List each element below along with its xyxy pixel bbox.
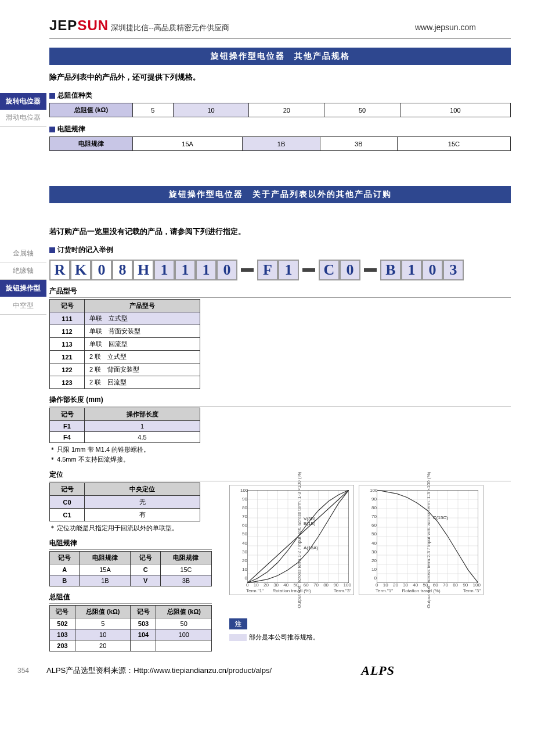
pn-char-15: 0 — [422, 260, 443, 280]
chart1-term-r: Term."3" — [334, 588, 351, 593]
logo-part-a: JEP — [49, 17, 77, 33]
op-length-table: 记号操作部长度F11F44.5 — [49, 408, 200, 443]
pn-char-7: 1 — [196, 260, 217, 280]
pn-char-0: R — [49, 260, 70, 280]
note-text: 部分是本公司推荐规格。 — [249, 633, 319, 640]
sidebar-sub-0[interactable]: 金属轴 — [0, 245, 46, 262]
pn-char-9: F — [257, 260, 278, 280]
pn-char-2: 0 — [91, 260, 112, 280]
note-text-line: 部分是本公司推荐规格。 — [229, 633, 484, 642]
pn-char-12: 0 — [340, 260, 360, 280]
pn-char-13: B — [380, 260, 401, 280]
pn-char-11: C — [319, 260, 340, 280]
detent-table: 记号中央定位C0无C1有 — [49, 483, 200, 521]
op-note-0: 只限 1mm 带 M1.4 的锥形螺栓。 — [49, 445, 511, 454]
pn-char-8: 0 — [217, 260, 237, 280]
svg-text:C(15C): C(15C) — [433, 515, 448, 520]
taper-chart-left: Output volt. across term.1-2 / Input vol… — [229, 485, 354, 595]
part-number-row: RK08H1110F1C0B103 — [49, 260, 511, 280]
product-type-label: 产品型号 — [49, 286, 511, 298]
page-header: JEPSUN 深圳捷比信--高品质精密元件供应商 www.jepsun.com — [0, 17, 511, 34]
pn-char-6: 1 — [175, 260, 196, 280]
page-number: 354 — [17, 667, 29, 675]
svg-text:A(15A): A(15A) — [304, 545, 318, 550]
recommend-swatch — [229, 634, 247, 641]
pn-char-16: 3 — [443, 260, 464, 280]
note-badge: 注 — [229, 618, 247, 629]
taper-types-table: 电阻规律15A1B3B15C — [49, 136, 511, 151]
section2-title: 旋钮操作型电位器 关于产品列表以外的其他产品订购 — [49, 186, 511, 203]
op-note-1: 4.5mm 不支持回流焊接。 — [49, 455, 511, 464]
op-length-label: 操作部长度 (mm) — [49, 395, 511, 406]
taper-label: 电阻规律 — [49, 538, 212, 550]
section1-intro: 除产品列表中的产品外，还可提供下列规格。 — [49, 72, 511, 82]
total-resistance-types-table: 总阻值 (kΩ)5102050100 — [49, 103, 511, 117]
chart2-term-r: Term."3" — [463, 588, 481, 593]
alps-logo: ALPS — [361, 663, 395, 678]
detent-note: 定位功能是只指定用于回流以外的单联型。 — [49, 524, 212, 532]
totalr-label: 总阻值 — [49, 592, 212, 604]
section1-title: 旋钮操作型电位器 其他产品规格 — [49, 48, 511, 65]
pn-char-1: K — [70, 260, 91, 280]
taper-chart-right: Output volt. across term.2-3 / Input vol… — [359, 485, 484, 595]
slogan: 深圳捷比信--高品质精密元件供应商 — [111, 23, 229, 33]
logo: JEPSUN — [49, 17, 109, 34]
pn-char-4: H — [133, 260, 154, 280]
t2-label: 电阻规律 — [49, 124, 511, 134]
detent-label: 定位 — [49, 470, 511, 481]
taper-code-table: 记号电阻规律记号电阻规律A15AC15CB1BV3B — [49, 551, 212, 586]
svg-text:V(3B): V(3B) — [304, 516, 316, 521]
sidebar-sub-2[interactable]: 旋钮操作型 — [0, 280, 46, 297]
pn-char-3: 8 — [112, 260, 133, 280]
sidebar-sub-1[interactable]: 绝缘轴 — [0, 262, 46, 280]
header-url: www.jepsun.com — [415, 23, 476, 32]
footer-source: ALPS产品选型资料来源：Http://www.tiepiandianzu.cn… — [46, 665, 272, 676]
pn-char-14: 1 — [401, 260, 422, 280]
pn-char-5: 1 — [154, 260, 175, 280]
sidebar-tab-rotary[interactable]: 旋转电位器 — [0, 93, 46, 110]
footer: 354 ALPS产品选型资料来源：Http://www.tiepiandianz… — [0, 663, 511, 678]
logo-part-b: SUN — [77, 17, 109, 33]
order-example-label: 订货时的记入举例 — [49, 245, 511, 255]
product-type-table: 记号产品型号111单联 立式型112单联 背面安装型113单联 回流型1212 … — [49, 299, 200, 389]
sidebar-tab-slide[interactable]: 滑动电位器 — [0, 109, 46, 127]
t1-label: 总阻值种类 — [49, 91, 511, 100]
pn-char-10: 1 — [278, 260, 299, 280]
header-divider — [49, 38, 511, 39]
total-r-table: 记号总阻值 (kΩ)记号总阻值 (kΩ)50255035010310104100… — [49, 605, 212, 651]
sidebar-sub-3[interactable]: 中空型 — [0, 297, 46, 315]
svg-text:B(1B): B(1B) — [304, 521, 316, 526]
section2-intro: 若订购产品一览里没有记载的产品，请参阅下列进行指定。 — [49, 226, 511, 237]
